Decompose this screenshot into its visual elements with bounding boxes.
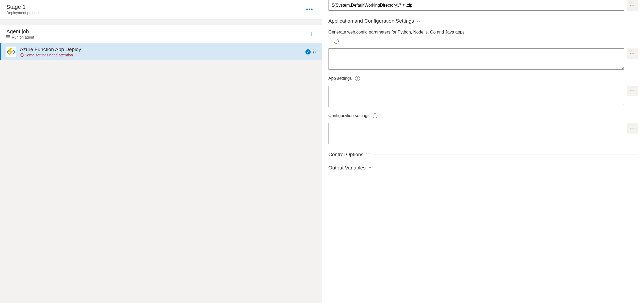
chevron-down-icon: ﹀ xyxy=(368,165,372,170)
server-icon xyxy=(6,35,10,39)
info-icon[interactable]: i xyxy=(355,76,360,81)
control-options-section-header[interactable]: Control Options ﹀ xyxy=(329,152,638,157)
stage-subtitle: Deployment process xyxy=(6,11,40,15)
stage-header[interactable]: Stage 1 Deployment process ••• xyxy=(0,0,322,19)
info-icon[interactable]: i xyxy=(373,113,377,118)
azure-function-icon xyxy=(6,47,16,57)
package-browse-button[interactable]: ··· xyxy=(627,0,638,11)
chevron-up-icon: ︿ xyxy=(417,19,420,23)
configsettings-input[interactable] xyxy=(329,123,625,144)
configsettings-label: Configuration settings xyxy=(329,113,370,118)
stage-title: Stage 1 xyxy=(6,4,40,10)
output-variables-section-header[interactable]: Output Variables ﹀ xyxy=(329,165,638,171)
info-icon[interactable]: i xyxy=(334,39,339,44)
task-warning: Some settings need attention xyxy=(20,53,302,57)
svg-marker-0 xyxy=(8,48,13,56)
agent-job-title: Agent job xyxy=(6,28,34,35)
chevron-down-icon: ﹀ xyxy=(366,152,370,157)
task-row[interactable]: Azure Function App Deploy: Some settings… xyxy=(0,43,322,60)
warning-icon xyxy=(20,53,24,57)
drag-handle-icon[interactable] xyxy=(313,49,315,54)
configsettings-browse-button[interactable]: ··· xyxy=(627,123,638,134)
appsettings-label: App settings xyxy=(329,76,352,81)
webconfig-browse-button[interactable]: ··· xyxy=(627,48,638,59)
webconfig-input[interactable] xyxy=(329,48,625,70)
app-config-section-header[interactable]: Application and Configuration Settings ︿ xyxy=(329,18,638,24)
agent-job-row[interactable]: Agent job Run on agent + xyxy=(0,25,322,43)
add-task-button[interactable]: + xyxy=(307,30,315,38)
appsettings-input[interactable] xyxy=(329,86,625,107)
webconfig-label: Generate web.config parameters for Pytho… xyxy=(329,30,465,35)
stage-more-button[interactable]: ••• xyxy=(304,5,315,14)
package-path-input[interactable] xyxy=(329,0,625,11)
svg-point-3 xyxy=(22,56,22,56)
task-title: Azure Function App Deploy: xyxy=(20,47,302,52)
agent-job-subtitle: Run on agent xyxy=(12,35,34,39)
task-enabled-check-icon[interactable] xyxy=(305,49,311,55)
appsettings-browse-button[interactable]: ··· xyxy=(627,86,638,96)
